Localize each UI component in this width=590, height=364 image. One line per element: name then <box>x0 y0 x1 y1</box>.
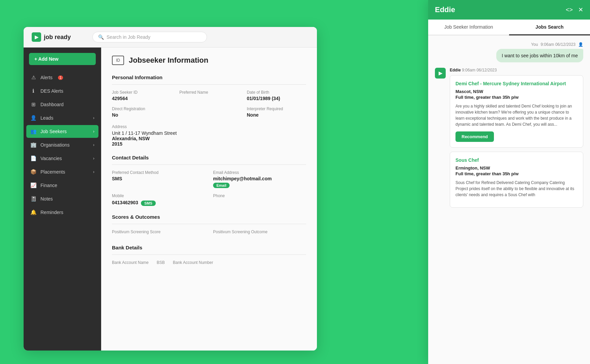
address-line1: Unit 1 / 11-17 Wyndham Street <box>112 130 306 136</box>
account-number-field: Bank Account Number <box>173 260 213 266</box>
address-section: Address Unit 1 / 11-17 Wyndham Street Al… <box>112 124 306 147</box>
sidebar-item-label: Notes <box>40 196 53 202</box>
dob-label: Date of Birth <box>247 90 306 95</box>
bsb-label: BSB <box>157 260 165 265</box>
sidebar-item-label: Job Seekers <box>40 129 67 134</box>
job-location-2: Ermington, NSW <box>455 165 578 171</box>
email-label: Email Address <box>213 170 306 175</box>
address-line3: 2015 <box>112 141 306 147</box>
sidebar-item-label: Dashboard <box>40 102 64 107</box>
divider <box>112 84 306 85</box>
mobile-label: Mobile <box>112 193 205 198</box>
leads-icon: 👤 <box>30 115 36 121</box>
eddie-chat-meta: Eddie 9:06am 06/12/2023 <box>450 68 583 72</box>
divider <box>112 254 306 255</box>
chat-area: You 9:06am 06/12/2023 👤 I want to see jo… <box>428 35 590 364</box>
eddie-code-button[interactable]: <> <box>566 6 573 13</box>
recommend-button-1[interactable]: Recommend <box>455 131 494 142</box>
chevron-right-icon: › <box>93 116 94 120</box>
sidebar-item-notes[interactable]: 📓 Notes <box>24 192 101 205</box>
add-new-button[interactable]: + Add New <box>29 53 96 65</box>
logo-area: ▶ job ready <box>32 32 71 42</box>
divider <box>112 224 306 224</box>
tab-job-seeker-info[interactable]: Job Seeker Information <box>428 20 509 35</box>
user-timestamp: 9:06am 06/12/2023 <box>541 42 576 47</box>
sidebar-item-des-alerts[interactable]: ℹ DES Alerts <box>24 85 101 97</box>
personal-info-grid: Job Seeker ID 429564 Preferred Name Date… <box>112 90 306 118</box>
sidebar-item-placements[interactable]: 📦 Placements › <box>24 165 101 178</box>
sidebar-item-reminders[interactable]: 🔔 Reminders <box>24 206 101 219</box>
bank-name-field: Bank Account Name <box>112 260 149 266</box>
direct-registration-label: Direct Registration <box>112 107 171 111</box>
sidebar-item-leads[interactable]: 👤 Leads › <box>24 112 101 124</box>
logo-icon: ▶ <box>32 32 41 42</box>
scores-grid: Positivum Screening Score Positivum Scre… <box>112 230 306 235</box>
address-line2: Alexandria, NSW <box>112 136 306 141</box>
sidebar-item-label: Leads <box>40 115 53 121</box>
email-value: mitchimpey@hotmail.com <box>213 176 306 181</box>
job-type-1: Full time, greater than 35h p/w <box>455 95 578 100</box>
reminders-icon: 🔔 <box>30 209 36 215</box>
sidebar-item-label: Alerts <box>40 75 53 80</box>
scores-section-title: Scores & Outcomes <box>112 213 306 220</box>
interpreter-field: Interpreter Required None <box>247 107 306 118</box>
address-label: Address <box>112 124 306 129</box>
chevron-right-icon: › <box>93 129 94 134</box>
user-message-meta: You 9:06am 06/12/2023 👤 <box>531 42 583 47</box>
sidebar-item-label: Placements <box>40 169 65 175</box>
placements-icon: 📦 <box>30 169 36 175</box>
sidebar-item-vacancies[interactable]: 📄 Vacancies › <box>24 152 101 165</box>
bank-section-title: Bank Details <box>112 243 306 250</box>
tab-jobs-search[interactable]: Jobs Search <box>509 20 590 35</box>
user-sender: You <box>531 42 538 47</box>
eddie-close-button[interactable]: ✕ <box>578 6 583 13</box>
job-location-1: Mascot, NSW <box>455 89 578 94</box>
main-content: + Add New ⚠ Alerts 1 ℹ DES Alerts ⊞ Dash… <box>24 48 317 351</box>
chevron-right-icon: › <box>93 170 94 174</box>
notes-icon: 📓 <box>30 196 36 202</box>
dob-field: Date of Birth 01/01/1989 (34) <box>247 90 306 101</box>
job-seeker-id-field: Job Seeker ID 429564 <box>112 90 171 101</box>
phone-label: Phone <box>213 193 306 198</box>
dob-value: 01/01/1989 (34) <box>247 96 306 101</box>
personal-info-section-title: Personal Information <box>112 73 306 80</box>
job-title-1: Demi Chef - Mercure Sydney International… <box>455 81 578 86</box>
eddie-timestamp: 9:06am 06/12/2023 <box>462 68 497 72</box>
job-description-2: Sous Chef for Refined Delivered Catering… <box>455 180 578 198</box>
des-alert-icon: ℹ <box>30 88 36 94</box>
search-icon: 🔍 <box>98 34 104 40</box>
organisations-icon: 🏢 <box>30 142 36 148</box>
logo-text: job ready <box>44 34 71 41</box>
sidebar-item-finance[interactable]: 📈 Finance <box>24 179 101 192</box>
job-seeker-id-value: 429564 <box>112 96 171 101</box>
page-header: ID Jobseeker Information <box>112 56 306 65</box>
preferred-name-label: Preferred Name <box>179 90 239 95</box>
sidebar-item-job-seekers[interactable]: 👥 Job Seekers › <box>26 125 98 138</box>
search-placeholder: Search in Job Ready <box>107 34 150 40</box>
sidebar-item-dashboard[interactable]: ⊞ Dashboard <box>24 98 101 111</box>
job-seekers-icon: 👥 <box>30 128 36 134</box>
eddie-header: Eddie <> ✕ <box>428 0 590 20</box>
id-card-icon: ID <box>116 58 120 63</box>
eddie-chat-content: Eddie 9:06am 06/12/2023 Demi Chef - Merc… <box>450 68 583 212</box>
interpreter-label: Interpreter Required <box>247 107 306 111</box>
job-description-1: Are you a highly skilled and talented De… <box>455 103 578 127</box>
email-field: Email Address mitchimpey@hotmail.com Ema… <box>213 170 306 188</box>
bank-name-label: Bank Account Name <box>112 260 149 265</box>
mobile-value: 0413462903 <box>112 200 138 205</box>
interpreter-value: None <box>247 112 306 118</box>
sidebar-item-alerts[interactable]: ⚠ Alerts 1 <box>24 71 101 84</box>
job-card-2: Sous Chef Ermington, NSW Full time, grea… <box>450 152 583 208</box>
dashboard-icon: ⊞ <box>30 101 36 108</box>
top-bar: ▶ job ready 🔍 Search in Job Ready <box>24 27 317 48</box>
sidebar: + Add New ⚠ Alerts 1 ℹ DES Alerts ⊞ Dash… <box>24 48 101 351</box>
eddie-header-actions: <> ✕ <box>566 6 583 13</box>
search-bar[interactable]: 🔍 Search in Job Ready <box>92 32 207 42</box>
contact-grid: Preferred Contact Method SMS Email Addre… <box>112 170 306 206</box>
bsb-field: BSB <box>157 260 165 266</box>
direct-registration-value: No <box>112 112 171 118</box>
alerts-badge: 1 <box>58 75 63 80</box>
eddie-sender: Eddie <box>450 68 461 72</box>
sidebar-item-organisations[interactable]: 🏢 Organisations › <box>24 139 101 151</box>
account-number-label: Bank Account Number <box>173 260 213 265</box>
